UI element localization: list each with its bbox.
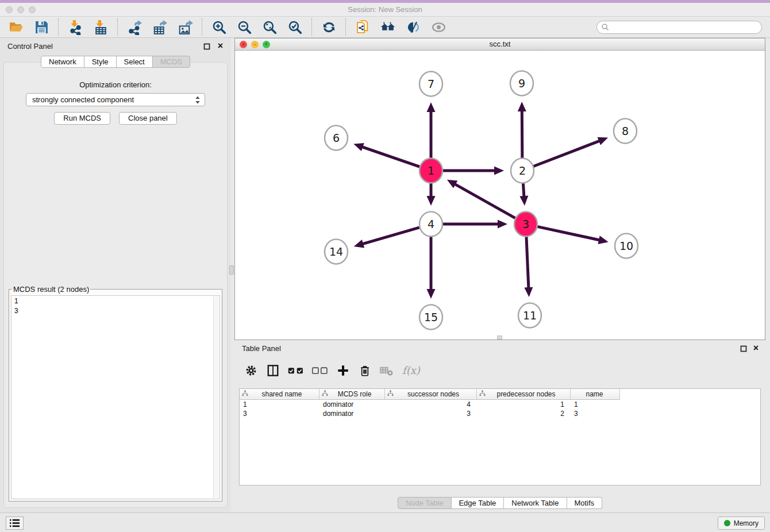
- graph-edge-4-14[interactable]: [361, 227, 421, 244]
- control-panel-header: Control Panel ×: [0, 38, 231, 55]
- float-table-icon[interactable]: [740, 345, 747, 352]
- table-tab-network-table[interactable]: Network Table: [504, 497, 567, 509]
- graph-node-label-7: 7: [428, 78, 434, 90]
- zoom-in-button[interactable]: [210, 18, 228, 36]
- close-panel-icon[interactable]: ×: [218, 40, 223, 52]
- save-session-button[interactable]: [32, 18, 51, 36]
- network-minimize-button[interactable]: -: [251, 41, 259, 48]
- run-mcds-button[interactable]: Run MCDS: [54, 112, 110, 125]
- graph-node-label-15: 15: [424, 311, 438, 323]
- table-tab-node-table[interactable]: Node Table: [398, 497, 452, 509]
- table-cell[interactable]: 2: [477, 410, 571, 418]
- mcds-result-area[interactable]: 1 3: [11, 295, 220, 499]
- network-view-window: x - + scc.txt 7968124314101511: [234, 38, 765, 340]
- search-icon: [601, 23, 610, 32]
- table-settings-button[interactable]: [244, 363, 259, 378]
- search-input[interactable]: [610, 23, 761, 32]
- table-tab-motifs[interactable]: Motifs: [567, 497, 602, 509]
- graph-edge-1-6[interactable]: [361, 147, 421, 167]
- export-image-button[interactable]: [176, 18, 194, 36]
- column-header-successor-nodes[interactable]: successor nodes: [385, 389, 477, 400]
- canvas-resize-grip[interactable]: [497, 336, 502, 340]
- column-header-shared-name[interactable]: shared name: [240, 389, 319, 400]
- table-cell[interactable]: 3: [385, 410, 477, 418]
- deselect-all-rows-button[interactable]: [311, 363, 329, 378]
- column-type-icon: [242, 390, 248, 398]
- zoom-out-button[interactable]: [235, 18, 253, 36]
- table-tab-edge-table[interactable]: Edge Table: [451, 497, 504, 509]
- network-close-button[interactable]: x: [240, 41, 247, 48]
- select-all-rows-button[interactable]: [287, 363, 305, 378]
- window-minimize-button[interactable]: [17, 6, 24, 13]
- add-row-button[interactable]: [336, 363, 351, 378]
- import-network-button[interactable]: [66, 18, 84, 36]
- export-table-button[interactable]: [151, 18, 169, 36]
- clone-network-button[interactable]: [353, 18, 372, 36]
- table-cell[interactable]: 3: [571, 410, 620, 418]
- float-window-icon[interactable]: [203, 43, 210, 50]
- export-network-button[interactable]: [125, 18, 144, 36]
- column-header-mcds-role[interactable]: MCDS role: [319, 389, 385, 400]
- table-cell[interactable]: 1: [571, 400, 620, 408]
- column-header-name[interactable]: name: [571, 389, 620, 400]
- graph-edge-3-10[interactable]: [536, 226, 600, 240]
- table-row[interactable]: 3dominator323: [240, 409, 760, 418]
- table-cell[interactable]: 4: [385, 400, 477, 408]
- zoom-fit-button[interactable]: [260, 18, 279, 36]
- show-all-button[interactable]: [429, 18, 448, 36]
- graph-arrowhead: [519, 196, 528, 206]
- open-file-button[interactable]: [7, 18, 25, 36]
- tab-network[interactable]: Network: [41, 56, 84, 68]
- network-graph: 7968124314101511: [235, 51, 765, 340]
- criterion-dropdown[interactable]: strongly connected component: [26, 93, 205, 106]
- graph-arrowhead: [494, 167, 504, 175]
- table-header-row: shared nameMCDS rolesuccessor nodesprede…: [240, 389, 760, 400]
- graph-edge-3-11[interactable]: [526, 234, 529, 289]
- tab-style[interactable]: Style: [84, 56, 117, 68]
- network-window-titlebar[interactable]: x - + scc.txt: [235, 38, 765, 51]
- first-neighbors-button[interactable]: [379, 18, 397, 36]
- table-cell[interactable]: dominator: [319, 400, 385, 408]
- splitter-grip[interactable]: [229, 265, 234, 275]
- column-header-predecessor-nodes[interactable]: predecessor nodes: [477, 389, 571, 400]
- toolbar-separator: [117, 18, 118, 36]
- network-window-title: scc.txt: [235, 38, 765, 50]
- column-visibility-button[interactable]: [265, 363, 280, 378]
- close-table-icon[interactable]: ×: [753, 342, 759, 354]
- table-cell[interactable]: 1: [477, 400, 571, 408]
- zoom-selected-button[interactable]: [286, 18, 304, 36]
- delete-table-button: [379, 363, 394, 378]
- table-row[interactable]: 1dominator411: [240, 400, 760, 409]
- graph-node-label-3: 3: [522, 218, 529, 230]
- window-zoom-button[interactable]: [29, 6, 36, 13]
- memory-button[interactable]: Memory: [718, 516, 765, 530]
- graph-edge-2-8[interactable]: [532, 141, 600, 167]
- graph-arrowhead: [524, 287, 533, 297]
- graph-arrowhead: [427, 289, 436, 299]
- table-panel-tabs: Node TableEdge TableNetwork TableMotifs: [398, 497, 602, 509]
- table-cell[interactable]: 3: [240, 410, 319, 418]
- graph-node-label-6: 6: [333, 132, 340, 144]
- network-canvas[interactable]: 7968124314101511: [235, 51, 765, 340]
- graph-arrowhead: [354, 240, 364, 248]
- delete-row-button[interactable]: [357, 363, 372, 378]
- tab-mcds[interactable]: MCDS: [153, 56, 190, 68]
- mcds-result-text: 1 3: [11, 296, 220, 317]
- tab-select[interactable]: Select: [117, 56, 153, 68]
- result-scrollbar[interactable]: [213, 296, 219, 498]
- network-maximize-button[interactable]: +: [263, 41, 270, 48]
- graph-edge-3-1[interactable]: [454, 184, 517, 219]
- hide-neighbors-button[interactable]: [404, 18, 422, 36]
- graph-edge-2-9[interactable]: [522, 110, 522, 160]
- window-close-button[interactable]: [6, 6, 13, 13]
- application-window: Session: New Session Control Panel × Net…: [0, 0, 770, 532]
- criterion-value: strongly connected component: [32, 95, 134, 104]
- import-table-button[interactable]: [91, 18, 110, 36]
- table-cell[interactable]: 1: [240, 400, 319, 408]
- task-history-button[interactable]: [6, 516, 24, 530]
- apply-preferred-layout-button[interactable]: [319, 18, 338, 36]
- search-box[interactable]: [596, 21, 762, 34]
- close-panel-button[interactable]: Close panel: [119, 112, 177, 125]
- table-cell[interactable]: dominator: [319, 410, 385, 418]
- optimization-criterion-label: Optimization criterion:: [4, 80, 227, 89]
